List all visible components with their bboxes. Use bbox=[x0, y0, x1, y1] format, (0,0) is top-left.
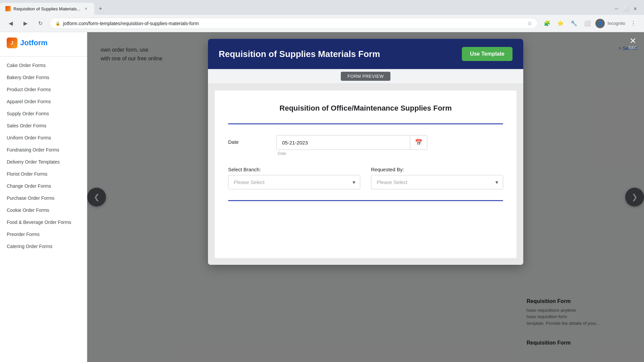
requested-by-wrapper: Please Select ▼ bbox=[371, 175, 503, 189]
modal-body[interactable]: Requisition of Office/Maintenance Suppli… bbox=[208, 84, 523, 265]
form-preview-badge: FORM PREVIEW bbox=[341, 72, 390, 81]
modal-overlay: ✕ ESC Requisition of Supplies Materials … bbox=[87, 32, 644, 362]
sidebar: J Jotform Cake Order Forms Bakery Order … bbox=[0, 32, 87, 362]
form-preview-tab: FORM PREVIEW bbox=[208, 69, 523, 84]
star-icon[interactable]: ☆ bbox=[527, 20, 532, 26]
form-inner: Requisition of Office/Maintenance Suppli… bbox=[215, 90, 517, 258]
main-content: own order form, use with one of our free… bbox=[87, 32, 644, 362]
sidebar-item-change-order[interactable]: Change Order Forms bbox=[0, 180, 87, 192]
modal-close-esc-button[interactable]: ✕ ESC bbox=[629, 37, 637, 50]
incognito-label: Incognito bbox=[607, 21, 625, 26]
select-branch-col: Select Branch: Please Select ▼ bbox=[228, 167, 360, 189]
branch-requested-row: Select Branch: Please Select ▼ bbox=[228, 167, 503, 189]
requested-by-label: Requested By: bbox=[371, 167, 503, 172]
sidebar-item-preorder[interactable]: Preorder Forms bbox=[0, 228, 87, 240]
sidebar-divider bbox=[0, 56, 87, 57]
bookmark-icon[interactable]: ⭐ bbox=[555, 18, 566, 29]
requested-by-col: Requested By: Please Select ▼ bbox=[371, 167, 503, 189]
profile-icon[interactable]: 👤 bbox=[595, 19, 605, 28]
sidebar-item-cookie-order[interactable]: Cookie Order Forms bbox=[0, 204, 87, 216]
date-sublabel: Date bbox=[276, 151, 503, 156]
menu-icon[interactable]: ⋮ bbox=[628, 18, 639, 29]
date-field-group: Date 📅 Date bbox=[228, 135, 503, 156]
jotform-logo-text: Jotform bbox=[20, 39, 48, 47]
extension-icon[interactable]: 🧩 bbox=[542, 18, 552, 29]
form-top-divider bbox=[228, 123, 503, 124]
date-input[interactable] bbox=[277, 136, 410, 149]
select-branch-wrapper: Please Select ▼ bbox=[228, 175, 360, 189]
modal-title: Requisition of Supplies Materials Form bbox=[219, 49, 380, 59]
select-branch-label: Select Branch: bbox=[228, 167, 360, 172]
date-input-wrapper: 📅 bbox=[276, 135, 427, 150]
refresh-button[interactable]: ↻ bbox=[35, 18, 46, 29]
form-bottom-divider bbox=[228, 200, 503, 201]
sidebar-item-sales-order[interactable]: Sales Order Forms bbox=[0, 120, 87, 132]
page-content: J Jotform Cake Order Forms Bakery Order … bbox=[0, 32, 644, 362]
requested-by-dropdown[interactable]: Please Select bbox=[371, 175, 503, 189]
modal-dialog: Requisition of Supplies Materials Form U… bbox=[208, 39, 523, 265]
tab-bar: Requisition of Supplies Materials... × +… bbox=[0, 0, 644, 15]
window-controls: ─ ⬜ ✕ bbox=[608, 5, 644, 12]
calendar-icon[interactable]: 📅 bbox=[410, 135, 427, 149]
form-title: Requisition of Office/Maintenance Suppli… bbox=[228, 104, 503, 113]
sidebar-item-catering-order[interactable]: Catering Order Forms bbox=[0, 240, 87, 252]
sidebar-item-bakery-order[interactable]: Bakery Order Forms bbox=[0, 71, 87, 83]
toolbar-icons: 🧩 ⭐ 🔧 ⬜ 👤 Incognito ⋮ bbox=[542, 18, 639, 29]
address-bar-row: ◀ ▶ ↻ 🔒 jotform.com/form-templates/requi… bbox=[0, 15, 644, 32]
sidebar-item-purchase-order[interactable]: Purchase Order Forms bbox=[0, 192, 87, 204]
back-button[interactable]: ◀ bbox=[5, 18, 16, 29]
sidebar-item-product-order[interactable]: Product Order Forms bbox=[0, 83, 87, 96]
puzzle-icon[interactable]: 🔧 bbox=[569, 18, 579, 29]
maximize-button[interactable]: ⬜ bbox=[623, 5, 629, 12]
jotform-icon: J bbox=[7, 38, 17, 48]
sidebar-item-florist-order[interactable]: Florist Order Forms bbox=[0, 168, 87, 180]
new-tab-button[interactable]: + bbox=[96, 4, 105, 13]
jotform-logo[interactable]: J Jotform bbox=[0, 38, 87, 54]
address-text: jotform.com/form-templates/requisition-o… bbox=[63, 21, 525, 26]
tab-favicon bbox=[5, 6, 11, 11]
lock-icon: 🔒 bbox=[55, 21, 60, 26]
sidebar-item-delivery-order[interactable]: Delivery Order Templates bbox=[0, 156, 87, 168]
close-x-icon: ✕ bbox=[630, 37, 636, 45]
browser-chrome: Requisition of Supplies Materials... × +… bbox=[0, 0, 644, 32]
date-input-group: 📅 Date bbox=[276, 135, 503, 156]
sidebar-item-apparel-order[interactable]: Apparel Order Forms bbox=[0, 96, 87, 108]
close-window-button[interactable]: ✕ bbox=[632, 5, 639, 12]
tab-close-button[interactable]: × bbox=[83, 6, 89, 12]
minimize-button[interactable]: ─ bbox=[613, 5, 620, 12]
sidebar-item-cake-order[interactable]: Cake Order Forms bbox=[0, 59, 87, 71]
address-field[interactable]: 🔒 jotform.com/form-templates/requisition… bbox=[50, 18, 538, 29]
sidebar-item-food-beverage-order[interactable]: Food & Beverage Order Forms bbox=[0, 216, 87, 228]
esc-label: ESC bbox=[629, 46, 637, 50]
sidebar-item-uniform-order[interactable]: Uniform Order Forms bbox=[0, 132, 87, 144]
tab-title: Requisition of Supplies Materials... bbox=[13, 6, 80, 11]
active-tab[interactable]: Requisition of Supplies Materials... × bbox=[0, 3, 94, 15]
forward-button[interactable]: ▶ bbox=[20, 18, 31, 29]
select-branch-dropdown[interactable]: Please Select bbox=[228, 175, 360, 189]
date-label: Date bbox=[228, 135, 268, 145]
sidebar-item-supply-order[interactable]: Supply Order Forms bbox=[0, 108, 87, 120]
modal-header: Requisition of Supplies Materials Form U… bbox=[208, 39, 523, 69]
sidebar-item-fundraising-order[interactable]: Fundraising Order Forms bbox=[0, 144, 87, 156]
window-icon[interactable]: ⬜ bbox=[582, 18, 593, 29]
use-template-button[interactable]: Use Template bbox=[462, 47, 513, 61]
